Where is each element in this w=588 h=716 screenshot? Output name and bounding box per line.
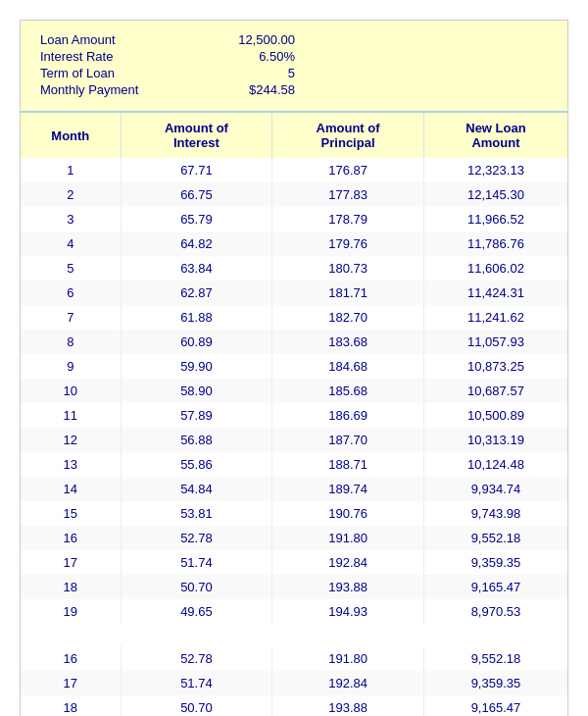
interest-rate-value: 6.50%: [197, 49, 295, 64]
cell-8-3: 10,873.25: [423, 354, 567, 379]
table-row: 1058.90185.6810,687.57: [21, 379, 567, 403]
cell-7-3: 11,057.93: [423, 330, 567, 354]
cell-10-3: 10,500.89: [423, 403, 567, 428]
table-row: 1850.70193.889,165.47: [21, 575, 567, 599]
cell-3-3: 11,786.76: [423, 231, 567, 256]
table-row: 266.75177.8312,145.30: [21, 182, 567, 207]
cell-15-2: 191.80: [272, 526, 424, 550]
table-header-row: Month Amount ofInterest Amount ofPrincip…: [21, 113, 567, 158]
cell-12-3: 10,124.48: [423, 452, 567, 477]
cell-21-3: 9,359.35: [423, 671, 567, 695]
summary-section: Loan Amount 12,500.00 Interest Rate 6.50…: [21, 21, 567, 113]
cell-10-0: 11: [21, 403, 121, 428]
table-row: 1652.78191.809,552.18: [21, 526, 567, 550]
table-row: 365.79178.7911,966.52: [21, 207, 567, 231]
cell-21-2: 192.84: [272, 671, 424, 695]
cell-14-2: 190.76: [272, 501, 424, 526]
table-row: 563.84180.7311,606.02: [21, 256, 567, 281]
table-row: 1850.70193.889,165.47: [21, 695, 567, 716]
loan-amount-label: Loan Amount: [40, 32, 197, 47]
cell-5-2: 181.71: [272, 281, 424, 305]
cell-22-3: 9,165.47: [423, 695, 567, 716]
divider-row: [21, 624, 567, 646]
cell-18-3: 8,970.53: [423, 599, 567, 624]
cell-5-3: 11,424.31: [423, 281, 567, 305]
cell-2-2: 178.79: [272, 207, 424, 231]
cell-2-1: 65.79: [121, 207, 272, 231]
cell-9-2: 185.68: [272, 379, 424, 403]
cell-17-2: 193.88: [272, 575, 424, 599]
cell-0-2: 176.87: [272, 158, 424, 182]
table-row: 167.71176.8712,323.13: [21, 158, 567, 182]
loan-amount-value: 12,500.00: [197, 32, 295, 47]
table-row: 1751.74192.849,359.35: [21, 671, 567, 695]
cell-22-1: 50.70: [121, 695, 272, 716]
cell-6-1: 61.88: [121, 305, 272, 330]
cell-9-1: 58.90: [121, 379, 272, 403]
cell-5-0: 6: [21, 281, 121, 305]
cell-14-3: 9,743.98: [423, 501, 567, 526]
monthly-payment-label: Monthly Payment: [40, 82, 197, 97]
cell-16-3: 9,359.35: [423, 550, 567, 575]
cell-3-0: 4: [21, 231, 121, 256]
cell-18-1: 49.65: [121, 599, 272, 624]
cell-7-0: 8: [21, 330, 121, 354]
cell-3-2: 179.76: [272, 231, 424, 256]
term-row: Term of Loan 5: [40, 66, 548, 80]
amortization-table: Month Amount ofInterest Amount ofPrincip…: [21, 113, 567, 716]
cell-12-2: 188.71: [272, 452, 424, 477]
cell-10-1: 57.89: [121, 403, 272, 428]
table-row: 1256.88187.7010,313.19: [21, 428, 567, 452]
cell-16-2: 192.84: [272, 550, 424, 575]
cell-21-0: 17: [21, 671, 121, 695]
table-row: 464.82179.7611,786.76: [21, 231, 567, 256]
col-header-interest: Amount ofInterest: [121, 113, 272, 158]
cell-21-1: 51.74: [121, 671, 272, 695]
table-row: 1157.89186.6910,500.89: [21, 403, 567, 428]
cell-6-0: 7: [21, 305, 121, 330]
cell-15-3: 9,552.18: [423, 526, 567, 550]
cell-20-3: 9,552.18: [423, 646, 567, 671]
cell-1-0: 2: [21, 182, 121, 207]
cell-20-0: 16: [21, 646, 121, 671]
cell-14-0: 15: [21, 501, 121, 526]
monthly-payment-value: $244.58: [197, 82, 295, 97]
cell-7-1: 60.89: [121, 330, 272, 354]
cell-15-0: 16: [21, 526, 121, 550]
cell-13-2: 189.74: [272, 477, 424, 501]
cell-15-1: 52.78: [121, 526, 272, 550]
term-value: 5: [197, 66, 295, 80]
cell-10-2: 186.69: [272, 403, 424, 428]
cell-16-1: 51.74: [121, 550, 272, 575]
cell-1-2: 177.83: [272, 182, 424, 207]
monthly-payment-row: Monthly Payment $244.58: [40, 82, 548, 97]
table-row: 662.87181.7111,424.31: [21, 281, 567, 305]
cell-2-3: 11,966.52: [423, 207, 567, 231]
cell-2-0: 3: [21, 207, 121, 231]
loan-amount-row: Loan Amount 12,500.00: [40, 32, 548, 47]
cell-1-3: 12,145.30: [423, 182, 567, 207]
cell-1-1: 66.75: [121, 182, 272, 207]
cell-0-0: 1: [21, 158, 121, 182]
cell-8-1: 59.90: [121, 354, 272, 379]
cell-13-0: 14: [21, 477, 121, 501]
table-row: 761.88182.7011,241.62: [21, 305, 567, 330]
cell-22-2: 193.88: [272, 695, 424, 716]
cell-20-2: 191.80: [272, 646, 424, 671]
cell-11-1: 56.88: [121, 428, 272, 452]
cell-11-3: 10,313.19: [423, 428, 567, 452]
cell-13-1: 54.84: [121, 477, 272, 501]
cell-9-3: 10,687.57: [423, 379, 567, 403]
cell-22-0: 18: [21, 695, 121, 716]
cell-11-0: 12: [21, 428, 121, 452]
cell-12-0: 13: [21, 452, 121, 477]
table-row: 1553.81190.769,743.98: [21, 501, 567, 526]
table-row: 959.90184.6810,873.25: [21, 354, 567, 379]
cell-12-1: 55.86: [121, 452, 272, 477]
cell-11-2: 187.70: [272, 428, 424, 452]
cell-6-2: 182.70: [272, 305, 424, 330]
cell-17-1: 50.70: [121, 575, 272, 599]
cell-17-0: 18: [21, 575, 121, 599]
table-row: 1652.78191.809,552.18: [21, 646, 567, 671]
cell-4-3: 11,606.02: [423, 256, 567, 281]
